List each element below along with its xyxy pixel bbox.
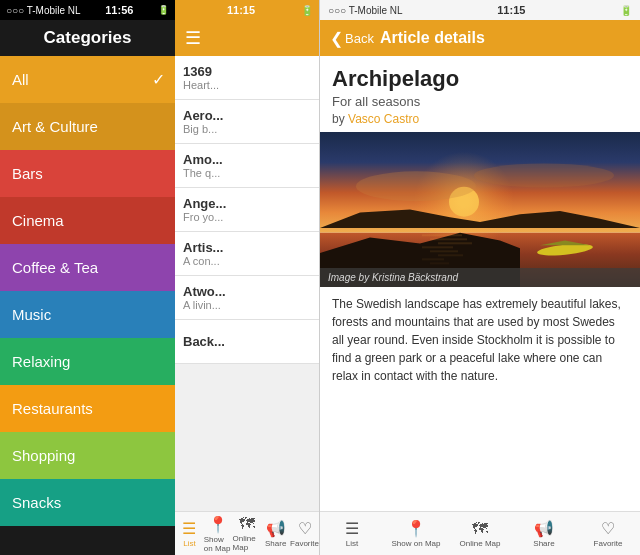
tab-favorite[interactable]: ♡Favorite: [290, 519, 319, 548]
categories-title: Categories: [0, 20, 175, 56]
article-list: 1369Heart...Aero...Big b...Amo...The q..…: [175, 56, 319, 511]
favorite-icon: ♡: [298, 519, 312, 538]
list-item-title: Amo...: [183, 152, 311, 167]
article-list-icon: ☰: [345, 519, 359, 538]
article-tab-favorite[interactable]: ♡Favorite: [578, 519, 638, 548]
article-title-section: Archipelago For all seasons by Vasco Cas…: [320, 56, 640, 132]
category-label: Restaurants: [12, 400, 93, 417]
time-article-label: 11:15: [497, 4, 525, 16]
category-label: Snacks: [12, 494, 61, 511]
article-bottom-bar: ☰List📍Show on Map🗺Online Map📢Share♡Favor…: [320, 511, 640, 555]
online-map-icon: 🗺: [239, 515, 255, 533]
tab-list[interactable]: ☰List: [175, 519, 204, 548]
article-list-label: List: [346, 539, 358, 548]
list-item[interactable]: Back...: [175, 320, 319, 364]
list-item-title: Aero...: [183, 108, 311, 123]
list-item-subtitle: Fro yo...: [183, 211, 311, 223]
status-bar-article: ○○○ T-Mobile NL 11:15 🔋: [320, 0, 640, 20]
category-item-bars[interactable]: Bars: [0, 150, 175, 197]
category-item-coffee[interactable]: Coffee & Tea: [0, 244, 175, 291]
carrier-article-label: ○○○ T-Mobile NL: [328, 5, 403, 16]
online-map-label: Online Map: [233, 534, 262, 552]
author-link[interactable]: Vasco Castro: [348, 112, 419, 126]
show-on-map-icon: 📍: [208, 515, 228, 534]
category-label: Music: [12, 306, 51, 323]
favorite-label: Favorite: [290, 539, 319, 548]
category-label: Coffee & Tea: [12, 259, 98, 276]
list-item-title: 1369: [183, 64, 311, 79]
list-item[interactable]: Atwo...A livin...: [175, 276, 319, 320]
status-bar-list: 11:15 🔋: [175, 0, 319, 20]
category-item-music[interactable]: Music: [0, 291, 175, 338]
article-subtitle: For all seasons: [332, 94, 628, 109]
list-item[interactable]: 1369Heart...: [175, 56, 319, 100]
category-item-all[interactable]: All✓: [0, 56, 175, 103]
share-icon: 📢: [266, 519, 286, 538]
battery-list-icon: 🔋: [301, 5, 313, 16]
list-item-title: Atwo...: [183, 284, 311, 299]
article-tab-show-on-map[interactable]: 📍Show on Map: [386, 519, 446, 548]
list-item[interactable]: Amo...The q...: [175, 144, 319, 188]
article-online-map-icon: 🗺: [472, 520, 488, 538]
article-show-on-map-label: Show on Map: [392, 539, 441, 548]
article-header-title: Article details: [380, 29, 485, 47]
list-item-subtitle: A livin...: [183, 299, 311, 311]
category-list: All✓Art & CultureBarsCinemaCoffee & TeaM…: [0, 56, 175, 555]
list-item[interactable]: Aero...Big b...: [175, 100, 319, 144]
list-item-title: Artis...: [183, 240, 311, 255]
image-caption: Image by Kristina Bäckstrand: [320, 268, 640, 287]
list-item-subtitle: Heart...: [183, 79, 311, 91]
list-item-title: Back...: [183, 334, 311, 349]
category-item-snacks[interactable]: Snacks: [0, 479, 175, 526]
list-item-subtitle: The q...: [183, 167, 311, 179]
list-item-subtitle: Big b...: [183, 123, 311, 135]
article-header: ❮ Back Article details: [320, 20, 640, 56]
categories-panel: ○○○ T-Mobile NL 11:56 🔋 Categories All✓A…: [0, 0, 175, 555]
tab-share[interactable]: 📢Share: [261, 519, 290, 548]
category-item-restaurants[interactable]: Restaurants: [0, 385, 175, 432]
back-chevron-icon: ❮: [330, 29, 343, 48]
hamburger-icon[interactable]: ☰: [185, 27, 201, 49]
show-on-map-label: Show on Map: [204, 535, 233, 553]
category-label: All: [12, 71, 29, 88]
article-share-icon: 📢: [534, 519, 554, 538]
list-item[interactable]: Artis...A con...: [175, 232, 319, 276]
back-label: Back: [345, 31, 374, 46]
list-item-title: Ange...: [183, 196, 311, 211]
tab-online-map[interactable]: 🗺Online Map: [233, 515, 262, 552]
article-tab-share[interactable]: 📢Share: [514, 519, 574, 548]
time-label: 11:56: [105, 4, 133, 16]
article-image: [320, 132, 640, 287]
article-favorite-label: Favorite: [594, 539, 623, 548]
tab-show-on-map[interactable]: 📍Show on Map: [204, 515, 233, 553]
article-share-label: Share: [533, 539, 554, 548]
category-label: Art & Culture: [12, 118, 98, 135]
back-button[interactable]: ❮ Back: [330, 29, 374, 48]
category-item-cinema[interactable]: Cinema: [0, 197, 175, 244]
battery-article-icon: 🔋: [620, 5, 632, 16]
list-panel: 11:15 🔋 ☰ 1369Heart...Aero...Big b...Amo…: [175, 0, 320, 555]
share-label: Share: [265, 539, 286, 548]
category-item-shopping[interactable]: Shopping: [0, 432, 175, 479]
category-label: Relaxing: [12, 353, 70, 370]
category-label: Bars: [12, 165, 43, 182]
checkmark-icon: ✓: [152, 70, 165, 89]
article-tab-online-map[interactable]: 🗺Online Map: [450, 520, 510, 548]
article-tab-list[interactable]: ☰List: [322, 519, 382, 548]
category-item-art[interactable]: Art & Culture: [0, 103, 175, 150]
article-body: Archipelago For all seasons by Vasco Cas…: [320, 56, 640, 511]
article-online-map-label: Online Map: [460, 539, 501, 548]
article-favorite-icon: ♡: [601, 519, 615, 538]
time-list-label: 11:15: [227, 4, 255, 16]
article-author: by Vasco Castro: [332, 112, 628, 126]
article-panel: ○○○ T-Mobile NL 11:15 🔋 ❮ Back Article d…: [320, 0, 640, 555]
author-prefix: by: [332, 112, 345, 126]
category-label: Shopping: [12, 447, 75, 464]
list-item[interactable]: Ange...Fro yo...: [175, 188, 319, 232]
category-item-relaxing[interactable]: Relaxing: [0, 338, 175, 385]
list-bottom-bar: ☰List📍Show on Map🗺Online Map📢Share♡Favor…: [175, 511, 319, 555]
battery-icon: 🔋: [158, 5, 169, 15]
article-show-on-map-icon: 📍: [406, 519, 426, 538]
list-icon: ☰: [182, 519, 196, 538]
article-image-container: Image by Kristina Bäckstrand: [320, 132, 640, 287]
